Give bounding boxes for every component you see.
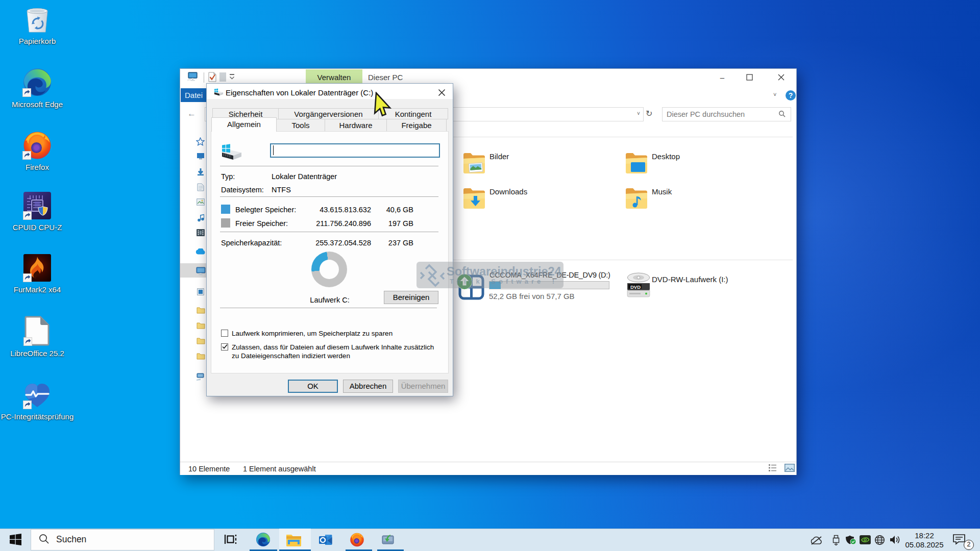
svg-text:DVD: DVD (630, 284, 641, 290)
